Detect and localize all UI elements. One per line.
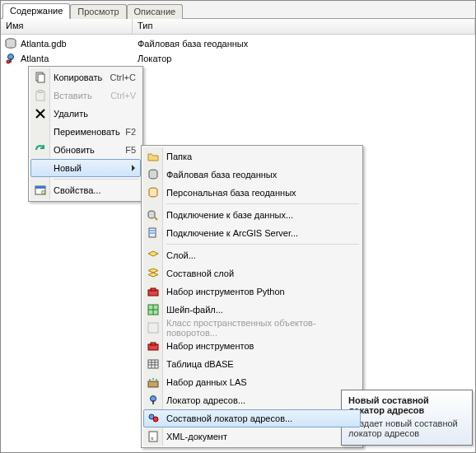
submenu-folder[interactable]: Папка <box>143 147 361 166</box>
menu-label: Набор данных LAS <box>166 377 247 387</box>
paste-icon <box>34 89 47 102</box>
gdb-icon <box>147 168 160 181</box>
menu-delete[interactable]: Удалить <box>30 105 141 123</box>
svg-text:x: x <box>151 435 154 441</box>
las-icon <box>147 376 160 389</box>
menu-label: Обновить <box>54 145 95 155</box>
menu-label: Переименовать <box>54 127 120 137</box>
catalog-listing: Atlanta.gdb Файловая база геоданных Atla… <box>1 35 475 66</box>
svg-rect-7 <box>38 91 43 93</box>
submenu-arrow-icon <box>132 165 135 171</box>
menu-refresh[interactable]: Обновить F5 <box>30 141 141 159</box>
menu-label: Подключение к базе данных... <box>166 210 293 220</box>
folder-icon <box>147 150 160 163</box>
tab-description[interactable]: Описание <box>127 4 184 19</box>
item-type: Локатор <box>133 54 475 63</box>
py-toolbox-icon <box>147 285 160 298</box>
item-type: Файловая база геоданных <box>133 39 475 49</box>
new-submenu: Папка Файловая база геоданных Персональн… <box>141 145 363 448</box>
menu-separator <box>166 203 359 204</box>
svg-rect-22 <box>148 323 158 333</box>
menu-label: Персональная база геоданных <box>166 188 296 198</box>
menu-label: Свойства... <box>54 185 100 195</box>
gdb-icon <box>4 37 17 50</box>
svg-point-27 <box>149 379 151 381</box>
submenu-group-layer[interactable]: Составной слой <box>143 264 361 283</box>
menu-copy[interactable]: Копировать Ctrl+C <box>30 68 141 86</box>
submenu-python-toolbox[interactable]: Набор инструментов Python <box>143 283 361 301</box>
list-item[interactable]: Atlanta.gdb Файловая база геоданных <box>1 36 475 51</box>
menu-label: Подключение к ArcGIS Server... <box>166 228 298 238</box>
svg-point-33 <box>153 417 158 422</box>
submenu-shapefile[interactable]: Шейп-файл... <box>143 301 361 319</box>
submenu-db-connection[interactable]: Подключение к базе данных... <box>143 206 361 224</box>
delete-icon <box>34 107 47 120</box>
db-connect-icon <box>147 208 160 222</box>
menu-label: Локатор адресов... <box>166 395 245 405</box>
submenu-toolbox[interactable]: Набор инструментов <box>143 337 361 355</box>
tab-bar: Содержание Просмотр Описание <box>1 1 475 19</box>
tooltip: Новый составной локатор адресов Создает … <box>341 390 473 446</box>
svg-rect-11 <box>35 186 45 189</box>
menu-label: Файловая база геоданных <box>166 170 277 180</box>
locator-icon <box>4 52 17 65</box>
menu-shortcut: Ctrl+C <box>110 72 136 82</box>
svg-point-12 <box>42 191 45 194</box>
column-headers: Имя Тип <box>1 19 475 35</box>
menu-properties[interactable]: Свойства... <box>30 181 141 199</box>
menu-separator <box>54 179 139 180</box>
svg-rect-18 <box>150 232 155 234</box>
submenu-file-gdb[interactable]: Файловая база геоданных <box>143 166 361 184</box>
svg-rect-20 <box>151 288 156 291</box>
group-layer-icon <box>147 267 160 280</box>
item-name: Atlanta.gdb <box>21 39 67 49</box>
submenu-las[interactable]: Набор данных LAS <box>143 373 361 391</box>
refresh-icon <box>34 143 47 156</box>
column-type[interactable]: Тип <box>133 19 475 34</box>
column-name[interactable]: Имя <box>1 19 133 34</box>
submenu-xml[interactable]: x XML-документ <box>143 427 361 446</box>
submenu-composite-locator[interactable]: Составной локатор адресов... <box>143 409 361 427</box>
menu-label: Класс пространственных объектов-поворото… <box>166 318 356 338</box>
svg-rect-26 <box>148 381 158 387</box>
tab-content[interactable]: Содержание <box>2 3 70 19</box>
menu-label: Удалить <box>54 109 88 119</box>
pers-gdb-icon <box>147 186 160 199</box>
tab-preview[interactable]: Просмотр <box>70 4 126 19</box>
menu-label: Папка <box>166 152 192 161</box>
list-item[interactable]: Atlanta Локатор <box>1 51 475 66</box>
menu-label: XML-документ <box>166 432 227 441</box>
tooltip-title: Новый составной локатор адресов <box>348 395 465 415</box>
menu-paste: Вставить Ctrl+V <box>30 86 141 105</box>
menu-label: Слой... <box>166 250 196 260</box>
menu-label: Составной слой <box>166 269 234 278</box>
menu-separator <box>166 244 359 245</box>
submenu-layer[interactable]: Слой... <box>143 246 361 264</box>
menu-shortcut: Ctrl+V <box>110 91 136 100</box>
composite-locator-icon <box>147 412 160 425</box>
submenu-locator[interactable]: Локатор адресов... <box>143 391 361 409</box>
turn-icon <box>147 321 160 334</box>
tooltip-body: Создает новый составной локатор адресов <box>348 418 465 438</box>
xml-icon: x <box>147 430 160 443</box>
submenu-ags-connection[interactable]: Подключение к ArcGIS Server... <box>143 224 361 242</box>
menu-shortcut: F2 <box>125 127 136 137</box>
locator-icon <box>147 394 160 407</box>
menu-shortcut: F5 <box>125 145 136 155</box>
svg-point-28 <box>152 378 154 380</box>
menu-label: Новый <box>54 163 82 173</box>
layer-icon <box>147 249 160 262</box>
menu-rename[interactable]: Переименовать F2 <box>30 123 141 141</box>
svg-rect-24 <box>151 343 156 345</box>
menu-label: Составной локатор адресов... <box>166 413 292 423</box>
submenu-dbase[interactable]: Таблица dBASE <box>143 355 361 373</box>
shapefile-icon <box>147 303 160 316</box>
svg-point-29 <box>156 379 157 381</box>
menu-new[interactable]: Новый <box>30 159 141 177</box>
table-icon <box>147 357 160 371</box>
submenu-personal-gdb[interactable]: Персональная база геоданных <box>143 184 361 202</box>
svg-point-3 <box>7 60 10 63</box>
menu-label: Набор инструментов <box>166 341 254 351</box>
svg-rect-5 <box>38 74 44 82</box>
properties-icon <box>34 184 47 197</box>
